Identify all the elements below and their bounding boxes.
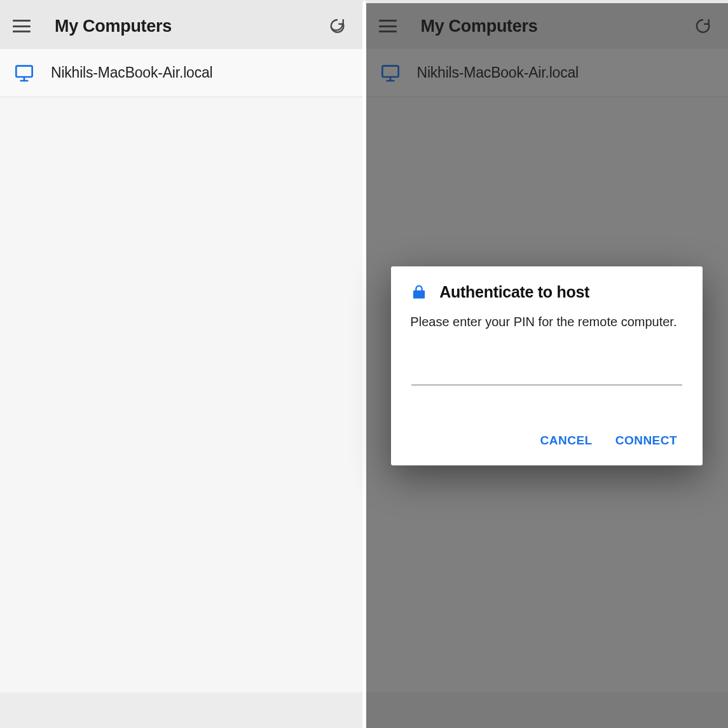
svg-rect-0 bbox=[16, 65, 32, 76]
pin-input[interactable] bbox=[411, 362, 682, 385]
auth-dialog: Authenticate to host Please enter your P… bbox=[391, 266, 703, 465]
computer-list-item[interactable]: Nikhils-MacBook-Air.local bbox=[0, 49, 362, 97]
screen-left: My Computers Nikhils-MacBook-Air.local bbox=[0, 0, 364, 728]
refresh-button[interactable] bbox=[323, 12, 351, 40]
dialog-header: Authenticate to host bbox=[410, 283, 683, 301]
hamburger-icon bbox=[13, 20, 31, 32]
modal-overlay[interactable]: Authenticate to host Please enter your P… bbox=[366, 3, 729, 728]
appbar: My Computers bbox=[0, 3, 362, 49]
page-title: My Computers bbox=[55, 17, 323, 36]
dialog-actions: CANCEL CONNECT bbox=[410, 430, 683, 451]
screen-right: My Computers Nikhils-MacBook-Air.local bbox=[364, 0, 729, 728]
side-by-side-container: My Computers Nikhils-MacBook-Air.local bbox=[0, 0, 728, 728]
lock-icon bbox=[410, 283, 428, 301]
cancel-button[interactable]: CANCEL bbox=[538, 430, 595, 451]
empty-area bbox=[0, 97, 362, 692]
menu-button[interactable] bbox=[8, 12, 36, 40]
connect-button[interactable]: CONNECT bbox=[613, 430, 680, 451]
system-navbar bbox=[0, 692, 362, 728]
dialog-title: Authenticate to host bbox=[439, 283, 589, 301]
dialog-message: Please enter your PIN for the remote com… bbox=[410, 313, 683, 331]
refresh-icon bbox=[329, 18, 345, 34]
computer-list: Nikhils-MacBook-Air.local bbox=[0, 49, 362, 97]
monitor-icon bbox=[14, 63, 34, 83]
computer-hostname: Nikhils-MacBook-Air.local bbox=[51, 64, 212, 81]
